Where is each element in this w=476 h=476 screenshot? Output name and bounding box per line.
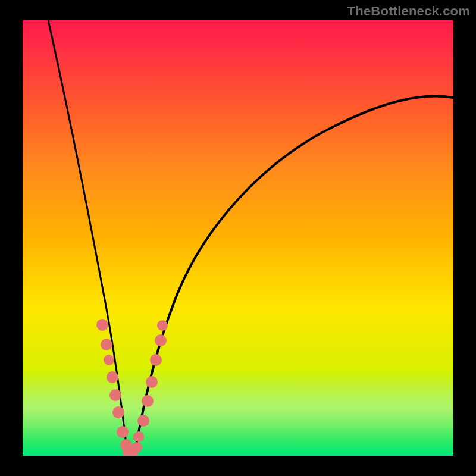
dot <box>157 320 168 331</box>
right-curve <box>134 96 453 456</box>
dot <box>133 431 144 442</box>
dot <box>107 371 118 383</box>
curve-layer <box>23 20 453 456</box>
plot-area <box>23 20 453 456</box>
dot <box>117 426 129 438</box>
dot <box>104 355 114 365</box>
dot <box>142 395 154 407</box>
dot <box>155 334 167 346</box>
dot <box>131 442 142 453</box>
dot <box>146 376 158 388</box>
dot <box>150 354 162 366</box>
dot-cluster <box>96 319 168 456</box>
watermark-text: TheBottleneck.com <box>347 4 470 19</box>
dot <box>137 415 149 427</box>
dot <box>96 319 108 331</box>
dot <box>109 389 121 401</box>
chart-frame: TheBottleneck.com <box>0 0 476 476</box>
dot <box>101 339 112 350</box>
dot <box>112 406 124 418</box>
